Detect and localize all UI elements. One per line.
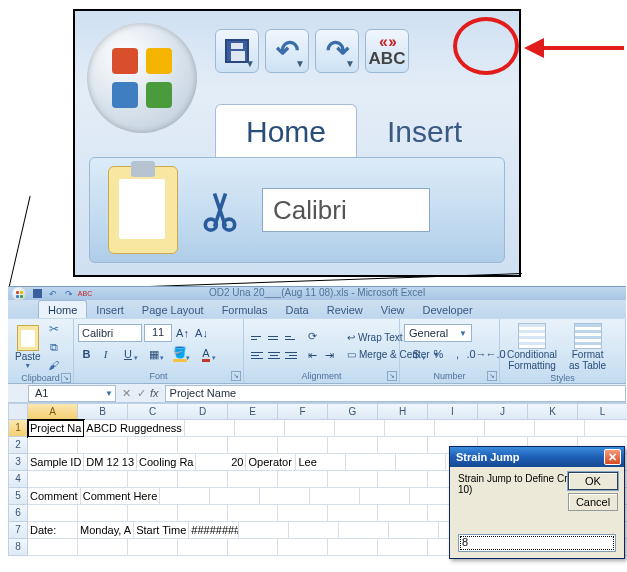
cell[interactable] — [260, 488, 310, 505]
cell[interactable] — [339, 522, 389, 539]
cell[interactable] — [128, 505, 178, 522]
save-button[interactable]: ▼ — [215, 29, 259, 73]
cell[interactable]: ######## — [189, 522, 239, 539]
cancel-icon[interactable]: ✕ — [122, 387, 131, 400]
cell[interactable]: Lee — [296, 454, 346, 471]
align-left-button[interactable] — [248, 347, 265, 364]
cell[interactable] — [346, 454, 396, 471]
decrease-indent-button[interactable]: ⇤ — [304, 347, 321, 364]
cell[interactable] — [310, 488, 360, 505]
cell[interactable] — [178, 505, 228, 522]
orientation-button[interactable]: ⟳ — [304, 328, 321, 345]
save-button[interactable] — [30, 288, 44, 299]
cell[interactable]: Project Na — [28, 420, 84, 437]
cancel-button[interactable]: Cancel — [568, 493, 618, 511]
cell[interactable] — [585, 420, 627, 437]
cell[interactable] — [278, 471, 328, 488]
font-name-combo[interactable]: Calibri — [78, 324, 142, 342]
cell[interactable] — [228, 471, 278, 488]
dialog-launcher-icon[interactable]: ↘ — [387, 371, 397, 381]
select-all-corner[interactable] — [8, 403, 28, 420]
formula-input[interactable]: Project Name — [165, 385, 626, 402]
col-header[interactable]: I — [428, 403, 478, 420]
cell[interactable] — [278, 437, 328, 454]
align-right-button[interactable] — [282, 347, 299, 364]
cell[interactable] — [128, 539, 178, 556]
tab-review[interactable]: Review — [318, 301, 372, 318]
cell[interactable] — [178, 471, 228, 488]
underline-button[interactable]: U — [116, 346, 140, 363]
cell[interactable] — [328, 505, 378, 522]
percent-button[interactable]: % — [430, 346, 447, 363]
cell[interactable]: Monday, A — [78, 522, 134, 539]
tab-home[interactable]: Home — [215, 104, 357, 157]
tab-data[interactable]: Data — [276, 301, 317, 318]
cell[interactable]: Sample ID — [28, 454, 84, 471]
cell[interactable] — [328, 539, 378, 556]
cell[interactable] — [278, 505, 328, 522]
redo-button[interactable]: ↷ ▼ — [315, 29, 359, 73]
office-button[interactable] — [87, 23, 197, 133]
enter-icon[interactable]: ✓ — [137, 387, 146, 400]
cell[interactable] — [239, 522, 289, 539]
comma-button[interactable]: , — [449, 346, 466, 363]
cell[interactable]: Comment — [28, 488, 81, 505]
conditional-formatting-button[interactable]: Conditional Formatting — [504, 321, 560, 373]
cell[interactable] — [28, 437, 78, 454]
cell[interactable] — [378, 437, 428, 454]
cell[interactable] — [78, 437, 128, 454]
cell[interactable] — [160, 488, 210, 505]
tab-formulas[interactable]: Formulas — [213, 301, 277, 318]
cell[interactable] — [178, 539, 228, 556]
increase-decimal-button[interactable]: .0→ — [468, 346, 485, 363]
dialog-launcher-icon[interactable]: ↘ — [231, 371, 241, 381]
cell[interactable] — [328, 437, 378, 454]
row-header[interactable]: 3 — [8, 454, 28, 471]
cell[interactable] — [335, 420, 385, 437]
col-header[interactable]: L — [578, 403, 627, 420]
cell[interactable]: DM 12 13 — [84, 454, 137, 471]
tab-developer[interactable]: Developer — [413, 301, 481, 318]
cell[interactable] — [128, 437, 178, 454]
fx-label[interactable]: fx — [150, 387, 159, 399]
font-color-button[interactable]: A — [194, 346, 218, 363]
abc-addin-button[interactable]: ‹‹ ›› ABC — [365, 29, 409, 73]
cell[interactable]: Operator — [246, 454, 296, 471]
cell[interactable] — [378, 539, 428, 556]
cell[interactable] — [28, 505, 78, 522]
col-header[interactable]: C — [128, 403, 178, 420]
col-header[interactable]: H — [378, 403, 428, 420]
cell[interactable] — [28, 539, 78, 556]
fill-color-button[interactable]: 🪣 — [168, 346, 192, 363]
cell[interactable] — [28, 471, 78, 488]
cell[interactable] — [78, 539, 128, 556]
undo-button[interactable]: ↶ — [46, 288, 60, 299]
cell[interactable]: Comment Here — [81, 488, 161, 505]
copy-button[interactable]: ⧉ — [46, 339, 62, 355]
undo-button[interactable]: ↶ ▼ — [265, 29, 309, 73]
col-header[interactable]: F — [278, 403, 328, 420]
format-painter-button[interactable]: 🖌 — [46, 357, 62, 373]
font-size-combo[interactable]: 11 — [144, 324, 172, 342]
cell[interactable] — [360, 488, 410, 505]
grow-font-button[interactable]: A↑ — [174, 325, 191, 342]
dialog-launcher-icon[interactable]: ↘ — [487, 371, 497, 381]
cell[interactable] — [228, 539, 278, 556]
col-header[interactable]: A — [28, 403, 78, 420]
cell[interactable] — [328, 471, 378, 488]
cell[interactable]: ABCD Ruggedness — [84, 420, 184, 437]
col-header[interactable]: K — [528, 403, 578, 420]
cell[interactable] — [228, 505, 278, 522]
cell[interactable] — [389, 522, 439, 539]
tab-view[interactable]: View — [372, 301, 414, 318]
cell[interactable]: Date: — [28, 522, 78, 539]
col-header[interactable]: G — [328, 403, 378, 420]
cell[interactable]: 20 — [196, 454, 246, 471]
cell[interactable] — [385, 420, 435, 437]
row-header[interactable]: 4 — [8, 471, 28, 488]
cell[interactable] — [535, 420, 585, 437]
cell[interactable] — [278, 539, 328, 556]
cell[interactable] — [78, 505, 128, 522]
row-header[interactable]: 1 — [8, 420, 28, 437]
row-header[interactable]: 8 — [8, 539, 28, 556]
